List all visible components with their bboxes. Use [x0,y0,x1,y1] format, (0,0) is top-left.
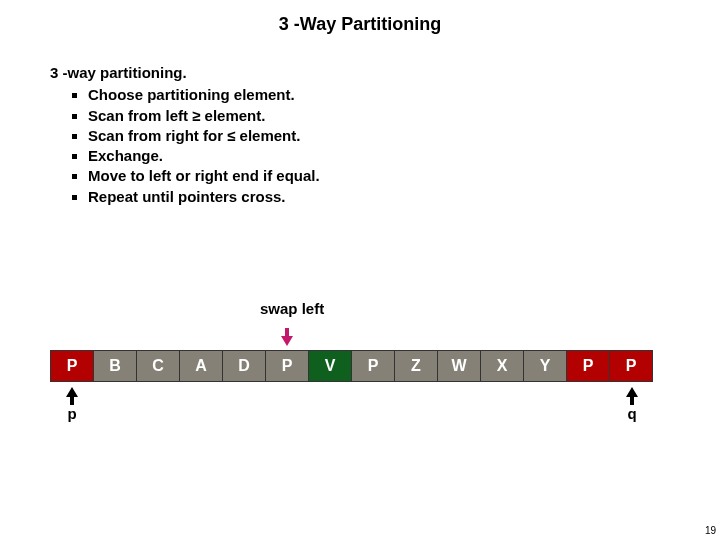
bullet-item: Scan from right for ≤ element. [72,126,720,146]
array-cell: P [566,350,610,382]
pointer-q-label: q [626,405,638,422]
pointer-p: p [66,387,78,422]
bullet-item: Repeat until pointers cross. [72,187,720,207]
pointer-p-label: p [66,405,78,422]
array-cell: A [179,350,223,382]
array-diagram: swap left PBCADPVPZWXYPP p q [50,350,670,382]
array-row: PBCADPVPZWXYPP [50,350,670,382]
bullet-item: Exchange. [72,146,720,166]
array-cell: P [265,350,309,382]
page-number: 19 [705,525,716,536]
array-cell: B [93,350,137,382]
pointer-q: q [626,387,638,422]
content-block: 3 -way partitioning. Choose partitioning… [0,35,720,207]
bullet-item: Scan from left ≥ element. [72,106,720,126]
swap-label: swap left [260,300,324,317]
subheading: 3 -way partitioning. [50,63,720,83]
array-cell: W [437,350,481,382]
array-cell: C [136,350,180,382]
bullet-item: Move to left or right end if equal. [72,166,720,186]
bullet-item: Choose partitioning element. [72,85,720,105]
array-cell: Z [394,350,438,382]
bullet-list: Choose partitioning element. Scan from l… [50,85,720,207]
array-cell: D [222,350,266,382]
array-cell: X [480,350,524,382]
array-cell: P [351,350,395,382]
array-cell: V [308,350,352,382]
slide-title: 3 -Way Partitioning [0,0,720,35]
array-cell: P [50,350,94,382]
down-arrow-icon [282,328,292,346]
array-cell: P [609,350,653,382]
array-cell: Y [523,350,567,382]
